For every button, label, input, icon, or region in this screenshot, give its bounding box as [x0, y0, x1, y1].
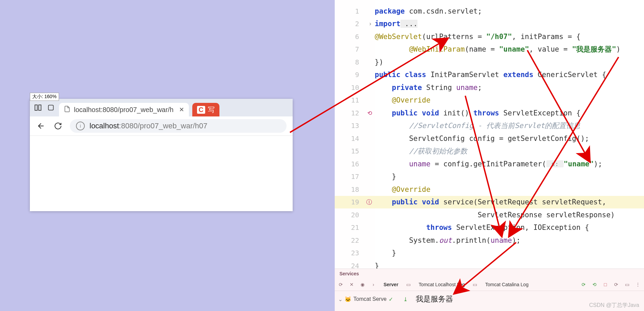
line-number: 11 — [335, 94, 375, 107]
tomcat-icon: 🐱 — [345, 296, 351, 303]
refresh-icon[interactable]: ⟳ — [612, 280, 620, 289]
line-number: 21 — [335, 221, 375, 234]
browser-tab-second[interactable]: C 写 — [192, 103, 219, 116]
line-number: 23 — [335, 247, 375, 260]
ide-panel: 1 2› 6 7 8 9 10 11 12⟲ 13 14 15 16 17 18… — [335, 0, 644, 311]
line-number: 17 — [335, 170, 375, 183]
csdn-icon: C — [197, 106, 205, 114]
browser-tabbar: localhost:8080/pro07_web_war/h ✕ C 写 — [30, 99, 293, 116]
debug-icon[interactable]: ⟳ — [337, 280, 345, 289]
line-number: 8 — [335, 56, 375, 69]
line-number: 14 — [335, 132, 375, 145]
stop-icon[interactable]: ✕ — [348, 280, 356, 289]
sidebar-icon[interactable] — [33, 103, 43, 112]
svg-rect-0 — [35, 105, 37, 110]
download-icon[interactable]: ⤓ — [403, 296, 408, 303]
back-button[interactable] — [36, 121, 46, 131]
line-number: 18 — [335, 183, 375, 196]
browser-content — [30, 136, 293, 211]
tab-title: localhost:8080/pro07_web_war/h — [74, 106, 174, 114]
fold-icon[interactable]: › — [369, 20, 372, 27]
info-icon[interactable]: i — [76, 122, 85, 130]
watermark: CSDN @丁总学Java — [589, 302, 639, 309]
line-number: 13 — [335, 120, 375, 132]
log-icon: ▭ — [471, 280, 479, 289]
zoom-tooltip: 大小: 160% — [30, 93, 59, 101]
rerun-icon[interactable]: ⟳ — [580, 280, 588, 289]
line-number: 7 — [335, 43, 375, 56]
tree-label: Tomcat Serve — [353, 296, 387, 302]
browser-toolbar: i localhost:8080/pro07_web_war/h07 — [30, 116, 293, 136]
line-number: 10 — [335, 81, 375, 94]
next-icon[interactable]: › — [369, 280, 377, 289]
svg-rect-2 — [48, 105, 54, 110]
reload-button[interactable] — [53, 121, 63, 131]
log-icon: ▭ — [405, 280, 413, 289]
more-icon[interactable]: ⋮ — [634, 280, 642, 289]
close-icon[interactable]: ✕ — [179, 106, 184, 113]
code-area[interactable]: package com.csdn.servlet; import ... @We… — [375, 0, 644, 269]
line-number: 1 — [335, 5, 375, 18]
svg-rect-1 — [39, 105, 41, 110]
url-bar[interactable]: i localhost:8080/pro07_web_war/h07 — [70, 119, 287, 133]
tab-catalina-log[interactable]: Tomcat Catalina Log — [482, 282, 532, 287]
line-number: 9 — [335, 69, 375, 81]
tab-server[interactable]: Server — [380, 282, 402, 287]
browser-tab-active[interactable]: localhost:8080/pro07_web_war/h ✕ — [59, 103, 189, 116]
line-number: 12⟲ — [335, 107, 375, 120]
view-icon[interactable]: ◉ — [358, 280, 367, 289]
tab2-title: 写 — [208, 105, 215, 114]
console-output: 我是服务器 — [408, 294, 453, 304]
code-editor[interactable]: 1 2› 6 7 8 9 10 11 12⟲ 13 14 15 16 17 18… — [335, 0, 644, 269]
browser-window: 大小: 160% localhost:8080/pro07_web_war/h … — [30, 99, 293, 211]
line-number: 15 — [335, 145, 375, 158]
chevron-down-icon: ⌄ — [338, 296, 343, 303]
tab-localhost-log[interactable]: Tomcat Localhost Log — [415, 282, 468, 287]
page-icon — [64, 106, 71, 114]
line-number: 19Ⓘ — [335, 196, 375, 209]
services-title: Services — [335, 269, 644, 278]
line-number: 6 — [335, 30, 375, 43]
line-number: 2› — [335, 18, 375, 31]
stop-square-icon[interactable]: □ — [601, 280, 609, 289]
line-number: 16 — [335, 158, 375, 170]
gutter: 1 2› 6 7 8 9 10 11 12⟲ 13 14 15 16 17 18… — [335, 0, 375, 269]
server-tree-item[interactable]: ⌄ 🐱 Tomcat Serve ✓ — [338, 296, 401, 303]
check-icon: ✓ — [389, 296, 393, 303]
window-icon[interactable] — [46, 103, 56, 112]
services-toolbar: ⟳ ✕ ◉ › Server ▭ Tomcat Localhost Log ▭ … — [335, 278, 644, 291]
line-number: 22 — [335, 234, 375, 247]
implements-gutter-icon[interactable]: Ⓘ — [366, 198, 372, 206]
output-icon[interactable]: ▭ — [623, 280, 631, 289]
override-gutter-icon[interactable]: ⟲ — [367, 110, 372, 116]
url-text: localhost:8080/pro07_web_war/h07 — [90, 122, 207, 130]
line-number: 20 — [335, 208, 375, 221]
redeploy-icon[interactable]: ⟲ — [590, 280, 599, 289]
